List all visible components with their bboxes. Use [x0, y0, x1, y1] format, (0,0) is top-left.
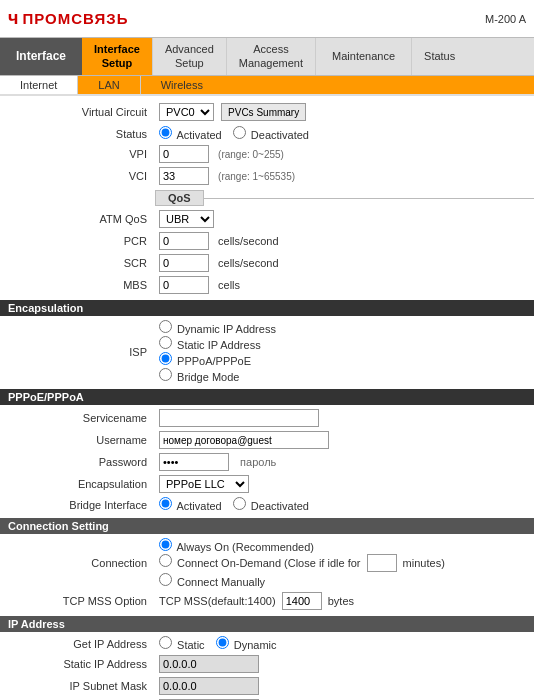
password-input[interactable] — [159, 453, 229, 471]
isp-pppoa-radio[interactable] — [159, 352, 172, 365]
get-ip-static-label: Static — [177, 639, 205, 651]
bridge-activated-label: Activated — [176, 500, 221, 512]
pcr-input[interactable] — [159, 232, 209, 250]
connection-demand-radio[interactable] — [159, 554, 172, 567]
vpi-value: (range: 0~255) — [155, 143, 534, 165]
get-ip-dynamic-radio[interactable] — [216, 636, 229, 649]
atm-qos-value: UBR — [155, 208, 534, 230]
connection-label: Connection — [0, 536, 155, 590]
isp-dynamic-label: Dynamic IP Address — [177, 323, 276, 335]
static-ip-input[interactable] — [159, 655, 259, 673]
bridge-iface-value: Activated Deactivated — [155, 495, 534, 514]
idle-minutes-input[interactable] — [367, 554, 397, 572]
isp-option-bridge: Bridge Mode — [159, 368, 530, 383]
main-content: Virtual Circuit PVC0 PVCs Summary Status… — [0, 96, 534, 700]
pcr-value: cells/second — [155, 230, 534, 252]
status-activated-radio[interactable] — [159, 126, 172, 139]
subnet-mask-input[interactable] — [159, 677, 259, 695]
isp-static-radio[interactable] — [159, 336, 172, 349]
vc-select[interactable]: PVC0 — [159, 103, 214, 121]
minutes-label: minutes) — [403, 557, 445, 569]
nav-interface-setup[interactable]: Interface Setup — [82, 38, 153, 75]
tcp-mss-input[interactable] — [282, 592, 322, 610]
encap-select[interactable]: PPPoE LLC — [159, 475, 249, 493]
vpi-input[interactable] — [159, 145, 209, 163]
tab-wireless[interactable]: Wireless — [141, 76, 223, 94]
isp-pppoa-label: PPPoA/PPPoE — [177, 355, 251, 367]
vc-table: Virtual Circuit PVC0 PVCs Summary Status… — [0, 100, 534, 188]
mbs-label: MBS — [0, 274, 155, 296]
encap-value: PPPoE LLC — [155, 473, 534, 495]
isp-bridge-radio[interactable] — [159, 368, 172, 381]
tcp-mss-prefix: TCP MSS(default:1400) — [159, 595, 276, 607]
bridge-activated-radio[interactable] — [159, 497, 172, 510]
bridge-deactivated-radio[interactable] — [233, 497, 246, 510]
tab-lan[interactable]: LAN — [78, 76, 140, 94]
atm-qos-select[interactable]: UBR — [159, 210, 214, 228]
qos-section-bar: QoS — [0, 190, 534, 206]
encap-label: Encapsulation — [0, 473, 155, 495]
isp-option-static: Static IP Address — [159, 336, 530, 351]
nav-maintenance[interactable]: Maintenance — [316, 38, 412, 75]
status-value: Activated Deactivated — [155, 124, 534, 143]
tab-internet[interactable]: Internet — [0, 76, 78, 94]
nav-status[interactable]: Status — [412, 38, 467, 75]
connection-always-label: Always On (Recommended) — [176, 541, 314, 553]
servicename-value — [155, 407, 534, 429]
ip-section-bar: IP Address — [0, 616, 534, 632]
bridge-iface-label: Bridge Interface — [0, 495, 155, 514]
vpi-label: VPI — [0, 143, 155, 165]
servicename-input[interactable] — [159, 409, 319, 427]
tcp-mss-value: TCP MSS(default:1400) bytes — [155, 590, 534, 612]
vpi-range: (range: 0~255) — [218, 149, 284, 160]
connection-demand-label: Connect On-Demand (Close if idle for — [177, 557, 360, 569]
nav-access-management[interactable]: Access Management — [227, 38, 316, 75]
vci-input[interactable] — [159, 167, 209, 185]
isp-static-label: Static IP Address — [177, 339, 261, 351]
nav-interface: Interface — [0, 38, 82, 75]
get-ip-dynamic-label: Dynamic — [234, 639, 277, 651]
bridge-deactivated-label: Deactivated — [251, 500, 309, 512]
status-deactivated-radio[interactable] — [233, 126, 246, 139]
vci-range: (range: 1~65535) — [218, 171, 295, 182]
logo-text: ПРОМСВЯЗЬ — [22, 10, 128, 27]
isp-bridge-label: Bridge Mode — [177, 371, 239, 383]
username-value — [155, 429, 534, 451]
vc-value: PVC0 PVCs Summary — [155, 100, 534, 125]
scr-unit: cells/second — [218, 257, 279, 269]
pppoe-table: Servicename Username Password пароль Enc… — [0, 407, 534, 514]
password-hint: пароль — [240, 456, 276, 468]
connection-always-radio[interactable] — [159, 538, 172, 551]
encapsulation-section-bar: Encapsulation — [0, 300, 534, 316]
pvcs-summary-button[interactable]: PVCs Summary — [221, 103, 306, 121]
get-ip-static-radio[interactable] — [159, 636, 172, 649]
logo-icon: ч — [8, 8, 18, 29]
vci-label: VCI — [0, 165, 155, 187]
vc-label: Virtual Circuit — [0, 100, 155, 125]
mbs-unit: cells — [218, 279, 240, 291]
tcp-mss-label: TCP MSS Option — [0, 590, 155, 612]
nav-advanced-setup[interactable]: Advanced Setup — [153, 38, 227, 75]
isp-label: ISP — [0, 318, 155, 385]
isp-dynamic-radio[interactable] — [159, 320, 172, 333]
atm-qos-label: ATM QoS — [0, 208, 155, 230]
connection-section-bar: Connection Setting — [0, 518, 534, 534]
connection-manual-radio[interactable] — [159, 573, 172, 586]
ip-table: Get IP Address Static Dynamic Static IP … — [0, 634, 534, 700]
username-input[interactable] — [159, 431, 329, 449]
isp-option-pppoa: PPPoA/PPPoE — [159, 352, 530, 367]
scr-value: cells/second — [155, 252, 534, 274]
static-ip-label: Static IP Address — [0, 653, 155, 675]
scr-input[interactable] — [159, 254, 209, 272]
sub-tabs: Internet LAN Wireless — [0, 76, 534, 96]
isp-option-dynamic: Dynamic IP Address — [159, 320, 530, 335]
qos-table: ATM QoS UBR PCR cells/second SCR cells/s… — [0, 208, 534, 296]
connection-manually: Connect Manually — [159, 573, 530, 588]
mbs-input[interactable] — [159, 276, 209, 294]
get-ip-label: Get IP Address — [0, 634, 155, 653]
top-nav: Interface Interface Setup Advanced Setup… — [0, 38, 534, 76]
subnet-mask-label: IP Subnet Mask — [0, 675, 155, 697]
connection-options: Always On (Recommended) Connect On-Deman… — [155, 536, 534, 590]
subnet-mask-value — [155, 675, 534, 697]
username-label: Username — [0, 429, 155, 451]
